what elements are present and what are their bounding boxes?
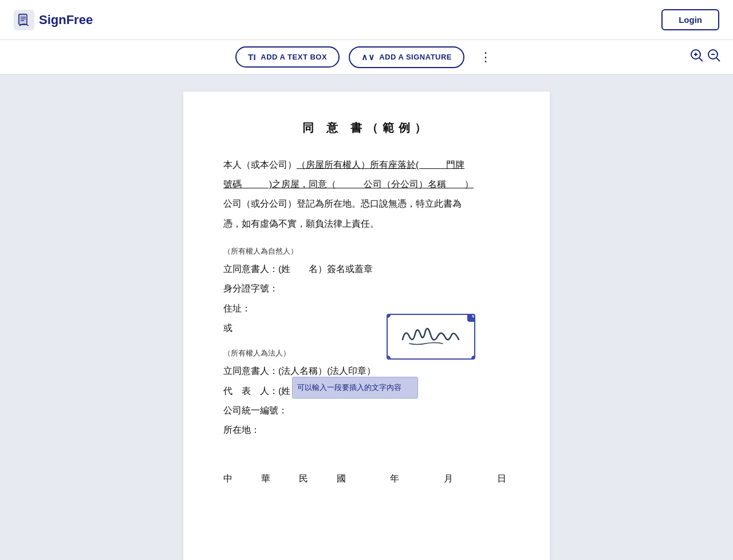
more-options-button[interactable]: ⋮ [474,48,498,67]
logo-area: SignFree [14,10,93,30]
header: SignFree Login [0,0,733,40]
login-button[interactable]: Login [661,9,719,30]
add-text-label: ADD A TEXT BOX [261,53,327,61]
signature-drawing [397,320,466,354]
svg-line-9 [699,58,703,61]
add-text-button[interactable]: TI ADD A TEXT BOX [235,46,340,68]
month-label: 月 [444,473,456,485]
zoom-in-button[interactable] [689,48,704,66]
signature-box[interactable] [387,314,475,360]
date-text: 中 華 民 國 [223,473,349,485]
trash-icon [471,314,475,318]
zoom-in-icon [689,48,704,63]
section1-line1: 立同意書人：(姓 名）簽名或蓋章 [223,261,510,278]
toolbar: TI ADD A TEXT BOX ∧∨ ADD A SIGNATURE ⋮ [0,40,733,74]
text-icon: TI [248,52,256,62]
add-signature-button[interactable]: ∧∨ ADD A SIGNATURE [349,46,464,68]
body-line-2: 號碼 )之房屋，同意（ 公司（分公司）名稱 ） [223,176,510,193]
page-area: 同 意 書（範例） 本人（或本公司）（房屋所有權人）所有座落於( 門牌 號碼 )… [0,74,733,560]
zoom-out-button[interactable] [707,48,722,66]
body-line-3: 公司（或分公司）登記為所在地。恐口說無憑，特立此書為 [223,195,510,212]
signature-icon: ∧∨ [361,52,375,62]
day-label: 日 [497,473,510,485]
document: 同 意 書（範例） 本人（或本公司）（房屋所有權人）所有座落於( 門牌 號碼 )… [183,92,550,560]
date-row: 中 華 民 國 年 月 日 [223,473,510,485]
svg-line-12 [716,58,720,61]
delete-signature-button[interactable] [467,314,475,322]
section2-line4: 所在地： [223,421,510,439]
resize-handle-bl[interactable] [387,356,391,360]
add-signature-label: ADD A SIGNATURE [379,53,452,61]
body-line-4: 憑，如有虛偽不實，願負法律上責任。 [223,215,510,232]
section1-line2: 身分證字號： [223,280,510,297]
document-title: 同 意 書（範例） [223,120,510,136]
resize-handle-tl[interactable] [387,314,391,318]
text-box-placeholder: 可以輸入一段要插入的文字內容 [297,382,401,393]
section2-line3: 公司統一編號： [223,402,510,419]
logo-icon [14,10,34,30]
zoom-controls [689,48,722,66]
zoom-out-icon [707,48,722,63]
text-box-input[interactable]: 可以輸入一段要插入的文字內容 [292,377,418,399]
logo-text: SignFree [39,13,93,27]
body-line-1: 本人（或本公司）（房屋所有權人）所有座落於( 門牌 [223,156,510,173]
section1-note: （所有權人為自然人） [223,244,510,258]
year-label: 年 [390,473,403,485]
